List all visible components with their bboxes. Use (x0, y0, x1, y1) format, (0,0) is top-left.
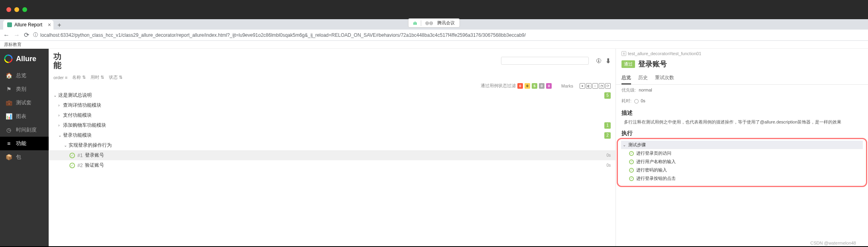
sidebar-item-graphs[interactable]: 📊图表 (0, 110, 49, 123)
chevron-right-icon: › (58, 123, 62, 127)
sort-row: order ≡ 名称 ⇅ 用时 ⇅ 状态 ⇅ (49, 73, 615, 82)
status-passed[interactable]: 5 (532, 83, 537, 89)
meeting-overlay[interactable]: ılı ◎◎ 腾讯会议 (408, 18, 460, 28)
tab-history[interactable]: 历史 (638, 73, 648, 84)
logo-row[interactable]: Allure (0, 49, 49, 69)
description-title: 描述 (616, 106, 868, 118)
sidebar-item-timeline[interactable]: ◷时间刻度 (0, 123, 49, 137)
chevron-down-icon: ⌄ (64, 143, 68, 147)
sort-icon: ⇅ (119, 75, 122, 80)
tab-retries[interactable]: 重试次数 (655, 73, 674, 84)
divider (421, 20, 421, 26)
pass-icon (69, 163, 75, 168)
detail-tabs: 总览 历史 重试次数 (616, 71, 868, 85)
tree-feature[interactable]: › 添加购物车功能模块 1 (49, 120, 615, 130)
tree-test-1[interactable]: #1 登录账号 0s (49, 150, 615, 160)
forward-button[interactable]: → (14, 32, 20, 39)
sidebar-item-label: 类别 (16, 86, 26, 93)
step-label: 进行用户名称的输入 (636, 159, 676, 165)
signal-icon: ılı (413, 21, 417, 26)
sort-order[interactable]: order ≡ (53, 75, 67, 80)
sidebar-item-label: 测试套 (16, 99, 32, 106)
duration-value: 0s (641, 98, 645, 103)
tree-test-2[interactable]: #2 验证账号 0s (49, 160, 615, 170)
mark-box[interactable]: ◔ (599, 83, 604, 89)
sidebar-item-categories[interactable]: ⚑类别 (0, 82, 49, 96)
duration-row: 耗时: 0s (616, 96, 868, 106)
sort-duration[interactable]: 用时 ⇅ (91, 74, 104, 80)
page-title: 功能 (53, 52, 63, 70)
sidebar-item-suites[interactable]: 💼测试套 (0, 96, 49, 110)
sidebar: Allure 🏠总览 ⚑类别 💼测试套 📊图表 ◷时间刻度 ≡功能 📦包 (0, 49, 49, 246)
tab-favicon (7, 22, 12, 27)
tree-story[interactable]: ⌄ 实现登录的操作行为 (49, 140, 615, 150)
tree-label: 登录功能模块 (63, 132, 604, 139)
tree-feature[interactable]: › 查询详情功能模块 (49, 100, 615, 110)
close-window-button[interactable] (6, 7, 11, 12)
mark-box[interactable]: ◐ (586, 83, 592, 89)
clock-icon (634, 99, 639, 104)
download-icon[interactable]: ⬇ (606, 57, 611, 65)
chart-icon: 📊 (6, 113, 12, 120)
tree-label: 支付功能模块 (63, 112, 611, 119)
allure-app: Allure 🏠总览 ⚑类别 💼测试套 📊图表 ◷时间刻度 ≡功能 📦包 功能 … (0, 49, 868, 246)
steps-parent[interactable]: ⌄ 测试步骤 (621, 141, 863, 149)
reload-button[interactable]: ⟳ (24, 31, 29, 39)
csv-icon[interactable]: 🛈 (596, 58, 602, 64)
center-panel: 功能 🛈 ⬇ order ≡ 名称 ⇅ 用时 ⇅ 状态 ⇅ 通过用例状态过滤 0… (49, 49, 616, 246)
status-failed[interactable]: 0 (517, 83, 523, 89)
step-label: 进行登录按钮的点击 (636, 175, 676, 181)
step-row[interactable]: 进行密码的输入 (621, 166, 863, 174)
status-broken[interactable]: 0 (525, 83, 530, 89)
count-badge: 2 (604, 132, 611, 139)
sidebar-item-overview[interactable]: 🏠总览 (0, 69, 49, 82)
step-row[interactable]: 进行用户名称的输入 (621, 157, 863, 166)
back-button[interactable]: ← (3, 32, 10, 39)
priority-row: 优先级: normal (616, 85, 868, 96)
search-input[interactable] (501, 57, 589, 65)
tree-feature-login[interactable]: ⌄ 登录功能模块 2 (49, 130, 615, 140)
sort-name[interactable]: 名称 ⇅ (72, 74, 86, 80)
tab-title: Allure Report (14, 22, 42, 28)
flag-icon: ⚑ (6, 86, 12, 92)
tree-label: 验证账号 (85, 162, 603, 169)
status-skipped[interactable]: 0 (539, 83, 544, 89)
url-bar[interactable]: ⓘ localhost:63342/python_class_hcc_v1/cl… (33, 32, 865, 38)
new-tab-button[interactable]: + (53, 21, 65, 30)
info-icon: ⓘ (33, 32, 38, 38)
macos-titlebar (0, 0, 868, 19)
detail-panel: ⎘ test_allure_decorator#test_function01 … (616, 49, 868, 246)
chevron-right-icon: › (58, 113, 62, 118)
close-tab-icon[interactable]: × (48, 22, 51, 28)
filter-label: 通过用例状态过滤 (481, 83, 516, 89)
sidebar-item-label: 功能 (16, 140, 26, 147)
browser-tab-active[interactable]: Allure Report × (3, 20, 53, 30)
maximize-window-button[interactable] (22, 7, 27, 12)
bookmark-item[interactable]: 原标教育 (4, 42, 22, 48)
step-row[interactable]: 进行登录页的访问 (621, 149, 863, 157)
step-row[interactable]: 进行登录按钮的点击 (621, 174, 863, 183)
mark-box[interactable]: ○ (592, 83, 598, 89)
pass-icon (69, 153, 75, 158)
browser-tab-strip: Allure Report × + ılı ◎◎ 腾讯会议 (0, 19, 868, 30)
bookmarks-bar: 原标教育 (0, 41, 868, 49)
sidebar-item-label: 总览 (16, 72, 26, 79)
mark-box[interactable]: ⟳ (605, 83, 611, 89)
tree-feature[interactable]: › 支付功能模块 (49, 110, 615, 120)
tree-epic[interactable]: ⌄ 这是测试总说明 5 (49, 90, 615, 100)
status-unknown[interactable]: 0 (546, 83, 552, 89)
test-number: #1 (77, 153, 83, 158)
mark-box[interactable]: ● (580, 83, 585, 89)
sidebar-item-behaviors[interactable]: ≡功能 (0, 137, 49, 150)
tree-label: 登录账号 (85, 152, 603, 159)
browser-toolbar: ← → ⟳ ⓘ localhost:63342/python_class_hcc… (0, 30, 868, 41)
sort-status[interactable]: 状态 ⇅ (109, 74, 122, 80)
sidebar-item-label: 包 (16, 153, 21, 161)
sort-icon: ⇅ (101, 75, 104, 80)
sidebar-item-packages[interactable]: 📦包 (0, 150, 49, 164)
tab-overview[interactable]: 总览 (621, 73, 631, 84)
breadcrumb: ⎘ test_allure_decorator#test_function01 (616, 50, 868, 57)
minimize-window-button[interactable] (14, 7, 19, 12)
priority-label: 优先级: (621, 88, 636, 92)
link-icon[interactable]: ⎘ (621, 51, 626, 56)
